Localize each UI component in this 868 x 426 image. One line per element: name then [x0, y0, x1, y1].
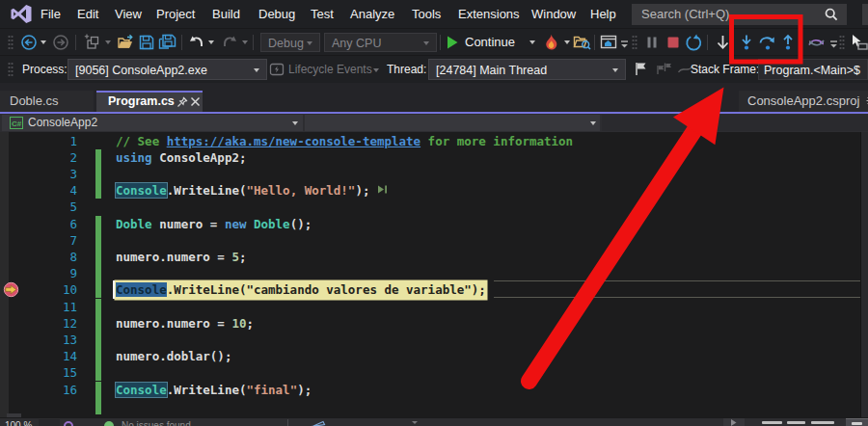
pointer-mode-icon[interactable] [849, 34, 866, 51]
line-number[interactable]: 4 [0, 182, 77, 199]
redo-dropdown-caret[interactable] [242, 40, 248, 44]
code-line-4[interactable]: 4Console.WriteLine("Hello, World!"); [0, 182, 860, 200]
line-number[interactable]: 14 [0, 348, 77, 364]
hot-reload-dropdown-caret[interactable] [564, 40, 570, 44]
break-all-button[interactable] [643, 34, 661, 51]
line-number[interactable]: 2 [0, 149, 77, 166]
restart-button[interactable] [685, 34, 702, 51]
redo-button[interactable] [221, 34, 238, 51]
menu-item-test[interactable]: Test [311, 0, 334, 28]
show-next-statement-button[interactable] [714, 34, 731, 51]
tab-doble-cs[interactable]: Doble.cs [0, 91, 94, 112]
continue-button[interactable]: Continue [465, 29, 515, 56]
health-indicator-icon[interactable] [104, 421, 114, 426]
line-number[interactable]: 6 [0, 216, 77, 232]
line-number[interactable]: 16 [0, 382, 77, 398]
solution-configuration-combo[interactable]: Debug [260, 33, 320, 52]
project-dropdown[interactable]: C# ConsoleApp2 [2, 115, 303, 131]
feedback-button[interactable] [862, 4, 868, 25]
toolbar-grip[interactable] [8, 62, 14, 77]
save-button[interactable] [138, 34, 155, 51]
menu-item-tools[interactable]: Tools [412, 0, 441, 28]
zoom-level-control[interactable]: 100 % [5, 420, 32, 426]
lifecycle-events-caret[interactable] [373, 68, 379, 72]
pin-tab-icon[interactable] [176, 96, 188, 108]
code-line-3[interactable]: 3 [0, 166, 860, 183]
stop-debugging-button[interactable] [665, 34, 682, 51]
zoom-dropdown[interactable] [39, 419, 60, 426]
hot-reload-icon[interactable] [543, 34, 560, 51]
code-line-15[interactable]: 15 [0, 364, 860, 382]
menu-item-file[interactable]: File [41, 0, 61, 28]
code-line-6[interactable]: 6Doble numero = new Doble(); [0, 216, 860, 233]
line-number[interactable]: 13 [0, 332, 77, 348]
line-number[interactable]: 12 [0, 315, 77, 332]
code-line-8[interactable]: 8numero.numero = 5; [0, 249, 860, 266]
open-file-button[interactable] [117, 34, 134, 51]
code-cleanup-icon[interactable] [64, 421, 73, 426]
line-number[interactable]: 3 [0, 166, 77, 182]
debug-toolbar-grip[interactable] [632, 35, 637, 50]
new-project-dropdown-caret[interactable] [105, 40, 111, 44]
track-changes-pencil-icon[interactable] [311, 419, 326, 426]
code-line-2[interactable]: 2using ConsoleApp2; [0, 149, 860, 167]
line-number[interactable]: 11 [0, 299, 77, 315]
code-line-14[interactable]: 14numero.doblar(); [0, 348, 860, 365]
menu-item-debug[interactable]: Debug [258, 0, 295, 28]
line-number[interactable]: 15 [0, 364, 77, 381]
vertical-scrollbar[interactable] [860, 132, 868, 417]
code-line-1[interactable]: 1// See https://aka.ms/new-console-templ… [0, 133, 860, 150]
stack-frame-combo[interactable]: Program.<Main>$ [758, 59, 868, 80]
continue-dropdown-caret[interactable] [529, 40, 535, 44]
search-box[interactable]: Search (Ctrl+Q) [632, 4, 847, 25]
member-dropdown[interactable] [602, 115, 868, 131]
line-number[interactable]: 9 [0, 265, 77, 281]
tab-consoleapp2-csproj[interactable]: ConsoleApp2.csproj [739, 91, 868, 112]
code-line-16[interactable]: 16Console.WriteLine("final"); [0, 382, 860, 399]
code-editor[interactable]: 1// See https://aka.ms/new-console-templ… [0, 132, 868, 417]
flag-thread-icon[interactable] [633, 61, 650, 78]
close-tab-icon[interactable] [190, 96, 201, 107]
step-into-button[interactable] [738, 34, 755, 51]
thread-combo[interactable]: [24784] Main Thread [428, 59, 626, 80]
type-dropdown[interactable] [305, 115, 600, 131]
navigate-back-dropdown-caret[interactable] [41, 40, 46, 44]
tab-program-cs[interactable]: Program.cs [96, 91, 203, 112]
toolbar-grip[interactable] [8, 35, 14, 50]
breakpoint-current-statement-icon[interactable] [3, 281, 19, 298]
undo-dropdown-caret[interactable] [208, 40, 214, 44]
solution-explorer-home-icon[interactable] [600, 34, 617, 51]
menu-item-build[interactable]: Build [212, 0, 240, 28]
navigate-back-button[interactable] [20, 34, 38, 51]
code-line-13[interactable]: 13 [0, 332, 860, 349]
new-project-button[interactable] [84, 34, 101, 51]
menu-item-analyze[interactable]: Analyze [350, 0, 394, 28]
show-threads-in-source-button[interactable] [807, 34, 825, 51]
navigate-forward-button[interactable] [52, 34, 69, 51]
code-line-11[interactable]: 11 [0, 299, 860, 316]
line-number[interactable]: 8 [0, 249, 77, 265]
code-line-5[interactable]: 5 [0, 199, 860, 216]
menu-item-help[interactable]: Help [590, 0, 616, 28]
toolbar-options-chevron[interactable] [620, 40, 629, 48]
menu-item-edit[interactable]: Edit [77, 0, 98, 28]
menu-item-window[interactable]: Window [531, 0, 576, 28]
find-in-files-icon[interactable] [573, 34, 590, 51]
step-out-button[interactable] [779, 34, 797, 51]
toolbar-grip[interactable] [839, 35, 845, 50]
code-line-12[interactable]: 12numero.numero = 10; [0, 315, 860, 333]
lifecycle-events-button[interactable]: Lifecycle Events [288, 56, 372, 84]
menu-item-view[interactable]: View [115, 0, 142, 28]
solution-platform-combo[interactable]: Any CPU [324, 33, 437, 52]
undo-button[interactable] [188, 34, 205, 51]
save-all-button[interactable] [158, 34, 176, 51]
menu-item-project[interactable]: Project [156, 0, 195, 28]
line-number[interactable]: 7 [0, 232, 77, 249]
step-over-button[interactable] [758, 34, 775, 51]
code-line-7[interactable]: 7 [0, 232, 860, 250]
process-combo[interactable]: [9056] ConsoleApp2.exe [68, 59, 267, 80]
line-number[interactable]: 1 [0, 133, 77, 149]
menu-item-extensions[interactable]: Extensions [458, 0, 520, 28]
continue-play-icon[interactable] [445, 35, 462, 52]
line-number[interactable]: 5 [0, 199, 77, 215]
